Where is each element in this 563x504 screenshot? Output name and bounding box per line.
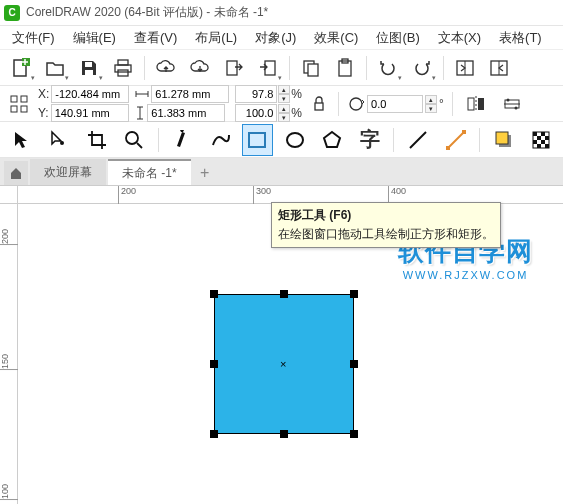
chevron-down-icon: ▾ [398, 74, 402, 82]
svg-rect-38 [537, 136, 541, 140]
svg-rect-40 [533, 140, 537, 144]
selection-center[interactable]: × [280, 358, 286, 370]
new-button[interactable]: ▾ [6, 53, 36, 83]
watermark-url: WWW.RJZXW.COM [398, 269, 533, 281]
home-tab-icon[interactable] [4, 161, 28, 185]
height-input[interactable] [147, 104, 225, 122]
print-button[interactable] [108, 53, 138, 83]
connector-tool[interactable] [440, 124, 471, 156]
freehand-tool[interactable] [167, 124, 198, 156]
line-tool[interactable] [402, 124, 433, 156]
drop-shadow-tool[interactable] [488, 124, 519, 156]
selection-handle[interactable] [280, 430, 288, 438]
menu-view[interactable]: 查看(V) [126, 27, 185, 49]
svg-rect-4 [118, 60, 128, 65]
menu-text[interactable]: 文本(X) [430, 27, 489, 49]
save-button[interactable]: ▾ [74, 53, 104, 83]
scale-group: ▴▾ % ▴▾ % [235, 85, 302, 122]
chevron-down-icon: ▾ [99, 74, 103, 82]
crop-tool[interactable] [81, 124, 112, 156]
document-tabs: 欢迎屏幕 未命名 -1* + [0, 158, 563, 186]
spinner[interactable]: ▴▾ [278, 85, 290, 103]
rotation-input[interactable] [367, 95, 423, 113]
svg-rect-7 [227, 61, 237, 75]
align-button[interactable] [450, 53, 480, 83]
tab-welcome[interactable]: 欢迎屏幕 [30, 159, 106, 185]
svg-rect-37 [541, 132, 545, 136]
menu-table[interactable]: 表格(T) [491, 27, 550, 49]
undo-button[interactable]: ▾ [373, 53, 403, 83]
selection-handle[interactable] [210, 430, 218, 438]
export-button[interactable] [219, 53, 249, 83]
svg-rect-15 [11, 96, 17, 102]
drawing-page[interactable]: 软件自学网 WWW.RJZXW.COM 矩形工具 (F6) 在绘图窗口拖动工具绘… [18, 204, 563, 504]
tooltip-body: 在绘图窗口拖动工具绘制正方形和矩形。 [278, 226, 494, 243]
ruler-vertical[interactable]: 200 150 100 [0, 204, 18, 504]
scale-y-input[interactable] [235, 104, 277, 122]
svg-rect-31 [446, 146, 450, 150]
paste-button[interactable] [330, 53, 360, 83]
svg-rect-19 [315, 103, 323, 110]
rectangle-tool[interactable] [242, 124, 273, 156]
transparency-tool[interactable] [526, 124, 557, 156]
spinner[interactable]: ▴▾ [278, 104, 290, 122]
svg-point-20 [350, 98, 362, 110]
object-origin-button[interactable] [6, 89, 32, 119]
open-button[interactable]: ▾ [40, 53, 70, 83]
shape-tool[interactable] [43, 124, 74, 156]
selection-handle[interactable] [210, 360, 218, 368]
svg-rect-42 [537, 144, 541, 148]
tooltip: 矩形工具 (F6) 在绘图窗口拖动工具绘制正方形和矩形。 [271, 202, 501, 248]
cloud-up-button[interactable] [151, 53, 181, 83]
scale-x-input[interactable] [235, 85, 277, 103]
menu-object[interactable]: 对象(J) [247, 27, 304, 49]
pick-tool[interactable] [6, 124, 37, 156]
mirror-h-button[interactable] [461, 89, 491, 119]
selection-handle[interactable] [350, 290, 358, 298]
separator [393, 128, 394, 152]
selection-handle[interactable] [210, 290, 218, 298]
lock-ratio-button[interactable] [308, 89, 330, 119]
size-group [135, 85, 229, 122]
text-tool[interactable]: 字 [354, 124, 385, 156]
chevron-down-icon: ▾ [65, 74, 69, 82]
separator [479, 128, 480, 152]
svg-point-29 [287, 133, 303, 147]
ruler-tick: 200 [118, 186, 136, 204]
degree-label: ° [439, 97, 444, 111]
ellipse-tool[interactable] [279, 124, 310, 156]
svg-rect-41 [541, 140, 545, 144]
separator [158, 128, 159, 152]
menu-bitmap[interactable]: 位图(B) [368, 27, 427, 49]
artistic-media-tool[interactable] [204, 124, 235, 156]
percent-label: % [291, 106, 302, 120]
menu-edit[interactable]: 编辑(E) [65, 27, 124, 49]
menu-file[interactable]: 文件(F) [4, 27, 63, 49]
x-input[interactable] [51, 85, 129, 103]
y-label: Y: [38, 106, 49, 120]
ruler-tick: 300 [253, 186, 271, 204]
add-tab-button[interactable]: + [193, 161, 217, 185]
import-button[interactable]: ▾ [253, 53, 283, 83]
width-input[interactable] [151, 85, 229, 103]
selection-handle[interactable] [350, 430, 358, 438]
menu-layout[interactable]: 布局(L) [187, 27, 245, 49]
selection-handle[interactable] [280, 290, 288, 298]
distribute-button[interactable] [484, 53, 514, 83]
separator [366, 56, 367, 80]
menu-effect[interactable]: 效果(C) [306, 27, 366, 49]
titlebar: C CorelDRAW 2020 (64-Bit 评估版) - 未命名 -1* [0, 0, 563, 26]
svg-rect-6 [118, 70, 128, 76]
y-input[interactable] [51, 104, 129, 122]
selection-handle[interactable] [350, 360, 358, 368]
cloud-down-button[interactable] [185, 53, 215, 83]
zoom-tool[interactable] [118, 124, 149, 156]
tab-document[interactable]: 未命名 -1* [108, 159, 191, 185]
mirror-v-button[interactable] [497, 89, 527, 119]
redo-button[interactable]: ▾ [407, 53, 437, 83]
spinner[interactable]: ▴▾ [425, 95, 437, 113]
polygon-tool[interactable] [316, 124, 347, 156]
separator [144, 56, 145, 80]
width-icon [135, 89, 149, 99]
copy-button[interactable] [296, 53, 326, 83]
